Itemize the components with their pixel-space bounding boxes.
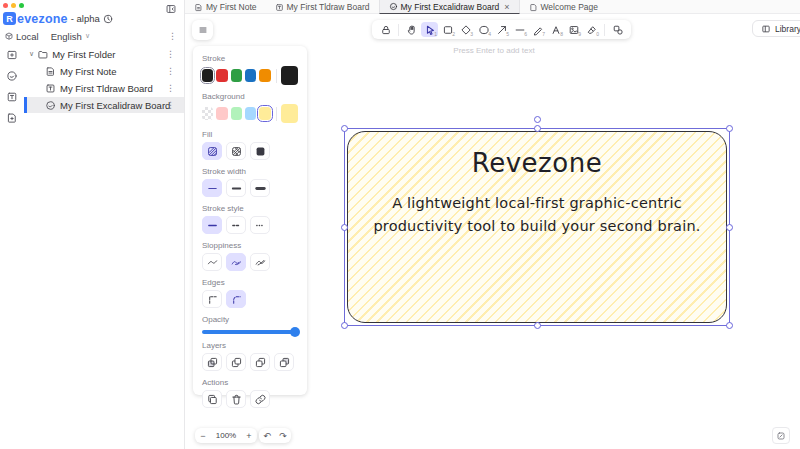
line-tool-button[interactable]: 6 — [511, 22, 528, 37]
background-color-blue[interactable] — [245, 107, 256, 120]
add-tldraw-board-button[interactable] — [5, 90, 19, 104]
background-color-yellow[interactable] — [259, 107, 270, 120]
canvas-menu-button[interactable] — [192, 20, 213, 40]
workspace-selector[interactable]: Local — [4, 31, 39, 42]
delete-button[interactable] — [226, 390, 246, 408]
library-button[interactable]: Library — [752, 20, 800, 37]
tree-folder-my-first-folder[interactable]: ∨ My First Folder ⋮ — [24, 46, 184, 62]
stroke-color-green[interactable] — [231, 69, 242, 82]
background-color-green[interactable] — [231, 107, 242, 120]
note-file-icon — [45, 66, 56, 77]
duplicate-button[interactable] — [202, 390, 222, 408]
arrow-tool-button[interactable]: 5 — [493, 22, 510, 37]
fill-hachure-button[interactable] — [202, 142, 222, 160]
diamond-tool-button[interactable]: 3 — [457, 22, 474, 37]
ellipse-tool-button[interactable]: 4 — [475, 22, 492, 37]
card-title-text[interactable]: Revezone — [348, 148, 726, 178]
tree-item-my-first-excalidraw-board[interactable]: My First Excalidraw Board ⋮ — [24, 97, 184, 113]
help-button[interactable] — [772, 427, 790, 444]
zoom-level-value[interactable]: 100% — [211, 431, 241, 440]
background-section-label: Background — [202, 92, 298, 101]
item-menu-button[interactable]: ⋮ — [163, 100, 178, 111]
history-clock-icon[interactable] — [103, 14, 113, 24]
eraser-tool-button[interactable]: 0 — [583, 22, 600, 37]
window-zoom-button[interactable] — [19, 3, 24, 8]
card-body-text[interactable]: A lightweight local-first graphic-centri… — [348, 192, 726, 238]
bring-to-front-button[interactable] — [274, 353, 294, 371]
stroke-width-thin-button[interactable] — [202, 179, 222, 197]
sloppiness-architect-button[interactable] — [202, 253, 222, 271]
collapse-sidebar-button[interactable] — [164, 2, 178, 16]
library-icon — [761, 24, 771, 34]
resize-handle-middle-right[interactable] — [726, 224, 733, 231]
redo-button[interactable]: ↷ — [275, 428, 291, 443]
tab-my-first-note[interactable]: My First Note — [185, 0, 266, 14]
window-minimize-button[interactable] — [11, 3, 16, 8]
cross-hatch-icon — [230, 145, 243, 158]
tab-my-first-excalidraw-board[interactable]: My First Excalidraw Board × — [379, 0, 520, 14]
resize-handle-bottom-left[interactable] — [341, 322, 348, 329]
tool-shortcut: 9 — [578, 31, 581, 37]
stroke-style-dashed-button[interactable] — [226, 216, 246, 234]
stroke-style-solid-button[interactable] — [202, 216, 222, 234]
stroke-style-dotted-button[interactable] — [250, 216, 270, 234]
stroke-width-bold-button[interactable] — [226, 179, 246, 197]
zoom-out-button[interactable]: − — [195, 428, 211, 443]
background-current-color[interactable] — [281, 104, 298, 123]
tree-item-my-first-tldraw-board[interactable]: My First Tldraw Board ⋮ — [24, 80, 184, 96]
rectangle-tool-button[interactable]: 2 — [439, 22, 456, 37]
background-color-pink[interactable] — [216, 107, 227, 120]
add-excalidraw-board-button[interactable] — [5, 69, 19, 83]
bring-forward-button[interactable] — [250, 353, 270, 371]
selection-tool-button[interactable]: 1 — [421, 22, 438, 37]
undo-button[interactable]: ↶ — [259, 428, 275, 443]
tab-close-icon[interactable]: × — [504, 2, 509, 12]
resize-handle-top-left[interactable] — [341, 125, 348, 132]
resize-handle-bottom-middle[interactable] — [534, 322, 541, 329]
window-close-button[interactable] — [3, 3, 8, 8]
stroke-color-orange[interactable] — [259, 69, 270, 82]
edges-sharp-button[interactable] — [202, 290, 222, 308]
opacity-slider-knob[interactable] — [290, 327, 300, 337]
stroke-color-blue[interactable] — [245, 69, 256, 82]
sloppiness-artist-button[interactable] — [226, 253, 246, 271]
draw-tool-button[interactable]: 7 — [529, 22, 546, 37]
hand-tool-button[interactable] — [403, 22, 420, 37]
workspace-menu-button[interactable]: ⋮ — [165, 31, 180, 42]
stroke-color-black[interactable] — [202, 69, 213, 82]
background-color-transparent[interactable] — [202, 107, 213, 120]
tab-welcome-page[interactable]: Welcome Page — [520, 0, 607, 14]
canvas-card-shape[interactable]: Revezone A lightweight local-first graph… — [347, 131, 727, 323]
send-to-back-button[interactable] — [202, 353, 222, 371]
text-tool-button[interactable]: 8 — [547, 22, 564, 37]
image-tool-button[interactable]: 9 — [565, 22, 582, 37]
resize-handle-bottom-right[interactable] — [726, 322, 733, 329]
tree-item-my-first-note[interactable]: My First Note ⋮ — [24, 63, 184, 79]
item-menu-button[interactable]: ⋮ — [163, 83, 178, 94]
folder-menu-button[interactable]: ⋮ — [163, 49, 178, 60]
more-shapes-tool-button[interactable] — [609, 22, 626, 37]
add-note-button[interactable] — [5, 111, 19, 125]
tab-my-first-tldraw-board[interactable]: My First Tldraw Board — [266, 0, 379, 14]
actions-options — [202, 390, 298, 408]
folder-expand-chevron-icon[interactable]: ∨ — [29, 50, 34, 58]
sloppiness-cartoonist-button[interactable] — [250, 253, 270, 271]
fill-cross-hatch-button[interactable] — [226, 142, 246, 160]
edges-round-button[interactable] — [226, 290, 246, 308]
link-button[interactable] — [250, 390, 270, 408]
fill-solid-button[interactable] — [250, 142, 270, 160]
stroke-current-color[interactable] — [281, 66, 298, 85]
zoom-in-button[interactable]: + — [241, 428, 257, 443]
send-backward-button[interactable] — [226, 353, 246, 371]
help-icon — [776, 431, 786, 441]
lock-tool-button[interactable] — [377, 22, 394, 37]
stroke-color-red[interactable] — [216, 69, 227, 82]
opacity-slider[interactable] — [202, 330, 298, 334]
item-menu-button[interactable]: ⋮ — [163, 66, 178, 77]
copy-icon — [206, 393, 219, 406]
stroke-width-extrabold-button[interactable] — [250, 179, 270, 197]
language-selector[interactable]: English ∨ — [51, 31, 90, 42]
resize-handle-top-right[interactable] — [726, 125, 733, 132]
rotation-handle[interactable] — [534, 116, 541, 123]
add-folder-button[interactable] — [5, 48, 19, 62]
